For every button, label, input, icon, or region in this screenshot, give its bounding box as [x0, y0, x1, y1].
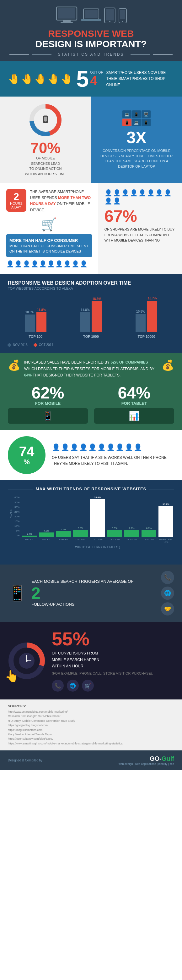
shopper-icon-3: 👤	[122, 189, 129, 197]
trend-bar-1700: 6.8%	[141, 496, 157, 537]
laptop-icon	[81, 8, 101, 24]
bar-oct2014-top10000: 18.7%	[147, 297, 157, 332]
users-text: OF USERS SAY THAT IF A SITE WORKS WELL O…	[52, 455, 174, 467]
shopper-icon-2: 👤	[113, 189, 121, 197]
adoption-subtitle: TOP WEBSITES ACCORDING TO ALEXA	[8, 286, 174, 290]
mobile-search-block: 70% OF MOBILE SEARCHES LEAD TO ONLINE AC…	[0, 97, 91, 183]
donut-chart	[28, 103, 63, 137]
hours-badge: 2 HOURS A DAY	[6, 189, 26, 212]
svg-rect-1	[63, 20, 71, 22]
user-icon-1: 👤	[52, 444, 60, 452]
out-of-block: out of 4	[90, 70, 103, 88]
tablet-device-img: 📊	[94, 408, 174, 424]
y-axis-labels: 40% 35% 30% 25% 20% 15% 10% 5% 0%	[9, 496, 19, 537]
user-icon-4: 👤	[79, 444, 87, 452]
shopper-icon-1: 👤	[104, 189, 112, 197]
user-icon-8: 👤	[116, 444, 124, 452]
bar-nov2013-top1000: 11.8%	[80, 308, 90, 332]
svg-rect-11	[120, 10, 125, 19]
legend-dot-nov	[7, 343, 12, 347]
person-icon-2: 👤	[14, 260, 22, 268]
sources-title: SOURCES:	[8, 704, 174, 708]
conv-gray-text: (FOR EXAMPLE, PHONE CALL, STORE VISIT OR…	[52, 671, 174, 676]
percent-74: 74	[19, 445, 35, 458]
mobile-label: FOR MOBILE	[8, 401, 88, 406]
stat-5: 5	[76, 68, 89, 90]
tablet-label: FOR TABLET	[94, 401, 174, 406]
trends-section: MAX WIDTH TRENDS OF RESPONSIVE WEBSITES …	[0, 480, 182, 565]
bar-label-top10000: TOP 10000	[138, 335, 155, 339]
trend-bar-1400: 6.8%	[123, 496, 140, 537]
percent-70: 70%	[30, 141, 60, 156]
sales-text: INCREASED SALES HAVE BEEN REPORTED BY 62…	[24, 359, 158, 379]
svg-point-12	[122, 21, 123, 22]
bar-oct2014-top100: 11.8%	[36, 308, 46, 332]
adoption-title: RESPONSIVE WEB DESIGN ADOPTION OVER TIME	[8, 280, 174, 286]
person-icon-5: 👤	[39, 260, 47, 268]
conv-icon-web: 🌐	[67, 680, 79, 692]
shopper-icon-5: 👤	[138, 189, 146, 197]
bar-fill-nov-1000	[80, 312, 90, 332]
shoppers-block: 👤 👤 👤 👤 👤 👤 👤 👤 👤 👤 67% OF SHOPPERS ARE …	[98, 183, 182, 274]
users-74-section: 74 % 👤 👤 👤 👤 👤 👤 👤 👤 👤 👤 OF USERS SAY TH…	[0, 430, 182, 480]
monitor-icon	[55, 6, 78, 24]
person-icon-9: 👤	[71, 260, 79, 268]
trends-line-left	[8, 489, 33, 489]
conv-percent: 55%	[52, 628, 89, 649]
shopper-icon-9: 👤	[104, 197, 112, 205]
bar-group-top1000: 11.8% 18.3% TOP 1000	[80, 297, 102, 339]
hours-text: THE AVERAGE SMARTPHONE USER SPENDS MORE …	[30, 189, 92, 213]
bar-fill-oct-10000	[147, 301, 157, 332]
hand-icon-2: 🤚	[21, 73, 33, 85]
tablet-sales-stat: 64% FOR TABLET 📊	[94, 385, 174, 424]
person-icon-7: 👤	[55, 260, 63, 268]
stat-number-block: 5 out of 4	[76, 68, 103, 90]
header-subtitle: STATISTICS AND TRENDS	[9, 52, 173, 57]
svg-rect-3	[58, 8, 75, 19]
stat-4: 4	[90, 74, 97, 88]
person-icon-6: 👤	[47, 260, 55, 268]
svg-rect-6	[81, 19, 101, 21]
person-icon-8: 👤	[63, 260, 71, 268]
stats-row-2: 70% OF MOBILE SEARCHES LEAD TO ONLINE AC…	[0, 97, 182, 183]
followup-icon-handshake: 🤝	[161, 602, 174, 616]
trend-bars-container: 1.4% 4.1% 5.5% 6.8% 38.4%	[21, 496, 174, 537]
footer-logo-block: GO-Gulf web design | web applications | …	[119, 755, 174, 765]
user-icon-3: 👤	[70, 444, 78, 452]
bars-top1000: 11.8% 18.3%	[80, 297, 102, 332]
dollar-icon-right: 💰	[161, 359, 174, 371]
bar-fill-oct-1000	[92, 301, 102, 332]
row-hours-shoppers: 2 HOURS A DAY THE AVERAGE SMARTPHONE USE…	[0, 183, 182, 274]
conversions-section: 👆 55% OF CONVERSIONS FROM MOBILE SEARCH …	[0, 622, 182, 700]
users-right: 👤 👤 👤 👤 👤 👤 👤 👤 👤 👤 OF USERS SAY THAT IF…	[52, 444, 174, 467]
legend-dot-oct	[33, 343, 38, 347]
hand-icon-5: 🤚	[60, 73, 73, 85]
conv-text: OF CONVERSIONS FROM MOBILE SEARCH HAPPEN…	[52, 650, 174, 676]
followup-number: 2	[32, 585, 156, 601]
grid-icons: 💻 📱 🖥️ 📱 💻 📱	[122, 110, 150, 126]
phone-icon	[118, 8, 127, 24]
donut-center	[41, 115, 50, 126]
legend-nov2013: NOV 2013	[8, 343, 28, 347]
user-icon-5: 👤	[88, 444, 97, 452]
svg-rect-2	[60, 22, 73, 23]
conv-icon-phone: 📞	[52, 680, 64, 692]
bars-top10000: 10.8% 18.7%	[136, 297, 157, 332]
trend-bar-1000: 5.5%	[55, 496, 71, 537]
cart-icon: 🛒	[6, 217, 92, 232]
shopper-icon-10: 👤	[113, 197, 121, 205]
circle-74: 74 %	[8, 436, 46, 474]
device-icons-row	[9, 6, 173, 24]
mobile-device-img: 📱	[8, 408, 88, 424]
conv-icons-row: 📞 🌐 🛒	[52, 680, 174, 692]
user-icon-10: 👤	[134, 444, 142, 452]
trends-title: MAX WIDTH TRENDS OF RESPONSIVE WEBSITES	[36, 487, 146, 491]
svg-point-18	[45, 121, 46, 123]
user-icon-7: 👤	[106, 444, 115, 452]
hand-over-clock: 👆	[5, 670, 19, 683]
trend-bar-1300: 6.8%	[106, 496, 123, 537]
sales-section: 💰 INCREASED SALES HAVE BEEN REPORTED BY …	[0, 353, 182, 430]
conversion-block: 💻 📱 🖥️ 📱 💻 📱 3X CONVERSION PERCENTAGE ON…	[91, 97, 182, 183]
trends-chart-area: % AGE 40% 35% 30% 25% 20% 15% 10% 5% 0% …	[8, 496, 174, 558]
followup-icon-web: 🌐	[161, 587, 174, 600]
